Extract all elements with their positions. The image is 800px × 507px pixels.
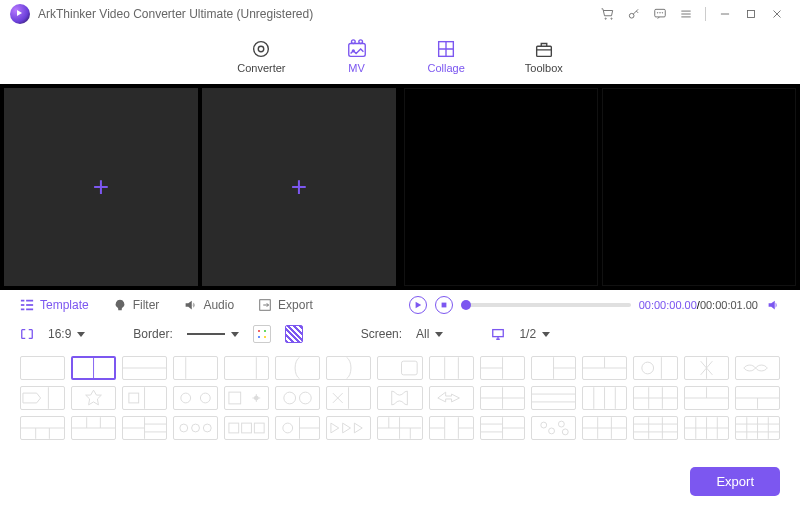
svg-point-28 [642,362,654,374]
template-item[interactable] [480,416,525,440]
template-item[interactable] [326,356,371,380]
template-item[interactable] [735,356,780,380]
template-item[interactable] [275,356,320,380]
menu-icon[interactable] [675,3,697,25]
template-item[interactable] [122,416,167,440]
template-item[interactable] [480,386,525,410]
feedback-icon[interactable] [649,3,671,25]
template-item[interactable] [633,386,678,410]
svg-point-22 [258,330,260,332]
template-item[interactable] [582,386,627,410]
template-item[interactable] [224,386,269,410]
svg-rect-15 [21,304,25,306]
section-export[interactable]: Export [258,298,313,312]
svg-rect-27 [402,361,418,375]
collage-edit-pane: + + [0,84,400,290]
template-item[interactable] [684,416,729,440]
collage-slot-1[interactable]: + [4,88,198,286]
stop-button[interactable] [435,296,453,314]
svg-rect-8 [348,44,365,57]
template-item[interactable] [684,356,729,380]
svg-point-2 [657,13,658,14]
svg-point-46 [562,429,568,435]
collage-slot-2[interactable]: + [202,88,396,286]
key-icon[interactable] [623,3,645,25]
seek-bar[interactable] [461,303,631,307]
ratio-dropdown[interactable]: 16:9 [48,327,85,341]
screen-value: All [416,327,429,341]
template-item[interactable] [377,386,422,410]
export-button[interactable]: Export [690,467,780,496]
screen-label: Screen: [361,327,402,341]
template-item[interactable] [735,386,780,410]
template-item[interactable] [429,356,474,380]
tab-collage[interactable]: Collage [428,38,465,74]
ratio-icon [20,327,34,341]
template-item[interactable] [20,386,65,410]
app-logo [10,4,30,24]
close-button[interactable] [766,3,788,25]
template-item[interactable] [275,416,320,440]
svg-rect-5 [748,11,755,18]
template-item[interactable] [173,386,218,410]
template-item[interactable] [531,416,576,440]
template-item[interactable] [582,356,627,380]
playback-controls: 00:00:00.00/00:00:01.00 [409,296,780,314]
tab-converter[interactable]: Converter [237,38,285,74]
titlebar: ArkThinker Video Converter Ultimate (Unr… [0,0,800,28]
template-item[interactable] [582,416,627,440]
tab-toolbox[interactable]: Toolbox [525,38,563,74]
page-dropdown[interactable]: 1/2 [519,327,550,341]
template-item[interactable] [326,416,371,440]
tab-mv-label: MV [348,62,365,74]
template-item[interactable] [633,416,678,440]
section-filter[interactable]: Filter [113,298,160,312]
template-item[interactable] [377,356,422,380]
border-pattern-button[interactable] [285,325,303,343]
tab-mv[interactable]: MV [346,38,368,74]
template-item[interactable] [326,386,371,410]
svg-rect-41 [255,423,265,433]
svg-rect-40 [242,423,252,433]
template-item[interactable] [71,386,116,410]
template-item[interactable] [429,416,474,440]
maximize-button[interactable] [740,3,762,25]
svg-point-31 [201,393,211,403]
template-item[interactable] [122,386,167,410]
minimize-button[interactable] [714,3,736,25]
template-item[interactable] [71,416,116,440]
seek-handle[interactable] [461,300,471,310]
template-item[interactable] [173,416,218,440]
template-item[interactable] [531,386,576,410]
template-item[interactable] [224,416,269,440]
play-button[interactable] [409,296,427,314]
svg-point-45 [558,421,564,427]
template-item[interactable] [275,386,320,410]
volume-button[interactable] [766,298,780,312]
border-color-button[interactable] [253,325,271,343]
template-item[interactable] [480,356,525,380]
template-item[interactable] [71,356,116,380]
template-item[interactable] [20,356,65,380]
template-item[interactable] [735,416,780,440]
section-template[interactable]: Template [20,298,89,312]
svg-rect-21 [441,303,446,308]
template-item[interactable] [633,356,678,380]
preview-slot-1 [404,88,598,286]
ratio-value: 16:9 [48,327,71,341]
template-item[interactable] [684,386,729,410]
template-item[interactable] [429,386,474,410]
svg-point-30 [181,393,191,403]
app-title: ArkThinker Video Converter Ultimate (Unr… [38,7,313,21]
border-style-dropdown[interactable] [187,332,239,337]
template-item[interactable] [531,356,576,380]
section-audio[interactable]: Audio [183,298,234,312]
template-item[interactable] [20,416,65,440]
template-item[interactable] [377,416,422,440]
cart-icon[interactable] [597,3,619,25]
template-item[interactable] [122,356,167,380]
section-tabs: Template Filter Audio Export 00:00:00.00… [0,290,800,320]
template-item[interactable] [224,356,269,380]
template-item[interactable] [173,356,218,380]
screen-dropdown[interactable]: All [416,327,443,341]
